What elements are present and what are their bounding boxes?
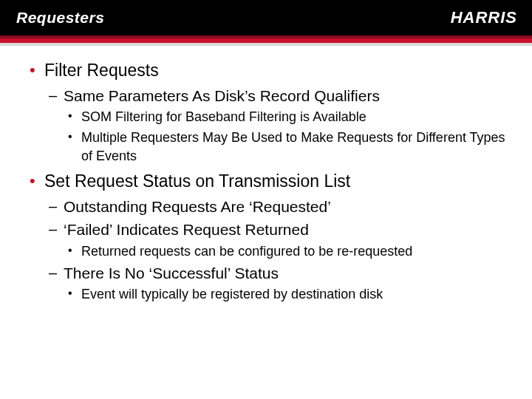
brand-logo: HARRIS (451, 8, 517, 27)
list-item: SOM Filtering for Baseband Filtering is … (64, 108, 505, 126)
bullet-text: Outstanding Requests Are ‘Requested’ (64, 198, 331, 215)
list-item: ‘Failed’ Indicates Request Returned Retu… (44, 219, 505, 261)
bullet-text: There Is No ‘Successful’ Status (64, 265, 279, 282)
bullet-list: Returned requests can be configured to b… (64, 242, 505, 261)
bullet-text: Returned requests can be configured to b… (81, 244, 412, 259)
list-item: There Is No ‘Successful’ Status Event wi… (44, 262, 505, 304)
bullet-text: Multiple Requesters May Be Used to Make … (81, 130, 505, 163)
list-item: Set Request Status on Transmission List … (27, 170, 505, 304)
list-item: Event will typically be registered by de… (64, 285, 505, 304)
bullet-text: Same Parameters As Disk’s Record Qualifi… (64, 87, 380, 104)
bullet-text: Event will typically be registered by de… (81, 287, 383, 301)
bullet-list: Filter Requests Same Parameters As Disk’… (27, 59, 505, 304)
list-item: Outstanding Requests Are ‘Requested’ (44, 196, 505, 217)
bullet-text: Set Request Status on Transmission List (44, 171, 350, 191)
bullet-text: Filter Requests (44, 61, 159, 80)
list-item: Same Parameters As Disk’s Record Qualifi… (44, 85, 505, 166)
slide-body: Filter Requests Same Parameters As Disk’… (0, 46, 532, 304)
bullet-text: ‘Failed’ Indicates Request Returned (64, 221, 309, 238)
slide-header: Requesters HARRIS (0, 0, 532, 35)
header-banner (0, 35, 532, 46)
bullet-list: Event will typically be registered by de… (64, 285, 505, 304)
bullet-list: SOM Filtering for Baseband Filtering is … (64, 108, 505, 166)
list-item: Multiple Requesters May Be Used to Make … (64, 129, 505, 166)
bullet-list: Outstanding Requests Are ‘Requested’ ‘Fa… (44, 196, 505, 304)
list-item: Returned requests can be configured to b… (64, 242, 505, 261)
bullet-list: Same Parameters As Disk’s Record Qualifi… (44, 85, 505, 166)
list-item: Filter Requests Same Parameters As Disk’… (27, 59, 505, 166)
bullet-text: SOM Filtering for Baseband Filtering is … (81, 109, 366, 124)
slide-title: Requesters (16, 9, 104, 27)
